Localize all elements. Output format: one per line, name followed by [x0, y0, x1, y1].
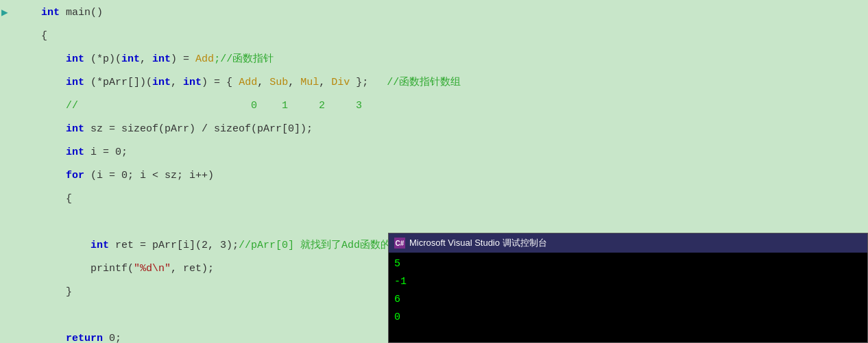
keyword-int-main: int [41, 1, 60, 25]
code-line-6: int sz = sizeof(pArr) / sizeof(pArr[0]); [41, 118, 868, 141]
code-line-5: // 0 1 2 3 [41, 94, 868, 118]
main-container: ▶ int main() { int (*p)( int , int ) = A… [0, 0, 868, 343]
arrow-main: ▶ [1, 1, 8, 25]
code-editor: ▶ int main() { int (*p)( int , int ) = A… [0, 0, 868, 343]
const-sub-4: Sub [269, 71, 288, 94]
console-icon: C# [394, 238, 405, 249]
keyword-int-3c: int [152, 48, 171, 71]
comment-3: ;//函数指针 [214, 48, 274, 71]
keyword-int-4c: int [183, 71, 202, 94]
code-line-1: ▶ int main() [41, 1, 868, 25]
comment-4: //函数指针数组 [387, 71, 461, 94]
code-line-3: int (*p)( int , int ) = Add ;//函数指针 [41, 48, 868, 71]
keyword-int-3b: int [121, 48, 140, 71]
string-format: "%d\n" [134, 257, 171, 281]
console-output-1: 5 [394, 255, 862, 273]
console-output-3: 6 [394, 291, 862, 309]
code-line-10 [41, 211, 868, 234]
console-output-4: 0 [394, 309, 862, 327]
console-overlay: C# Microsoft Visual Studio 调试控制台 5 -1 6 … [388, 233, 868, 343]
keyword-int-11: int [91, 234, 109, 257]
keyword-int-4: int [66, 71, 84, 94]
code-line-9: { [41, 188, 868, 211]
keyword-int-3: int [66, 48, 84, 71]
console-title-bar: C# Microsoft Visual Studio 调试控制台 [389, 233, 867, 253]
comment-5: // 0 1 2 3 [66, 94, 362, 118]
const-add-4: Add [239, 71, 257, 94]
keyword-int-6: int [66, 118, 84, 141]
console-body: 5 -1 6 0 [389, 253, 867, 342]
keyword-return: return [66, 327, 103, 343]
console-title-text: Microsoft Visual Studio 调试控制台 [409, 237, 547, 249]
code-line-4: int (*pArr[])( int , int ) = { Add , Sub… [41, 71, 868, 94]
code-line-7: int i = 0; [41, 141, 868, 164]
code-line-2: { [41, 25, 868, 48]
const-mul-4: Mul [300, 71, 319, 94]
keyword-for: for [66, 164, 84, 188]
code-line-8: for (i = 0; i < sz; i++) [41, 164, 868, 188]
const-add-3: Add [195, 48, 214, 71]
const-div-4: Div [331, 71, 350, 94]
keyword-int-7: int [66, 141, 84, 164]
keyword-int-4b: int [152, 71, 171, 94]
console-output-2: -1 [394, 273, 862, 291]
